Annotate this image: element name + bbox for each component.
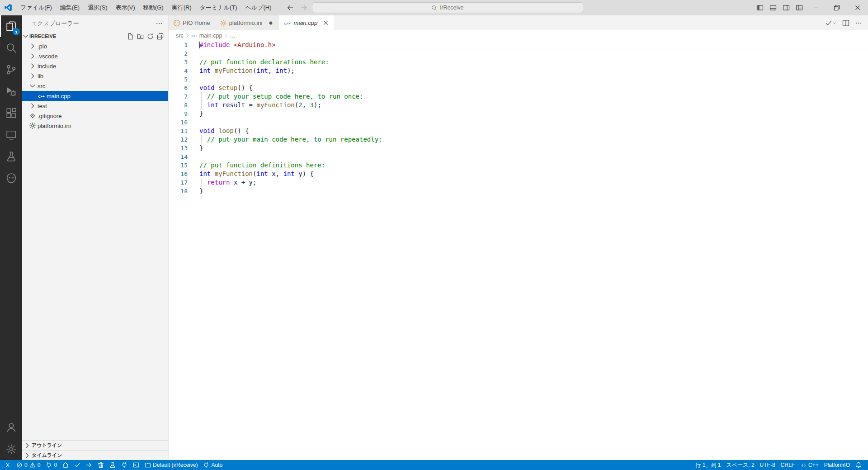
tree-item[interactable]: include: [22, 61, 168, 71]
pio-serial-monitor-button[interactable]: [118, 460, 130, 470]
refresh-button[interactable]: [146, 32, 155, 41]
line-number[interactable]: 2: [169, 49, 199, 58]
close-tab-button[interactable]: [322, 19, 329, 26]
collapse-all-button[interactable]: [156, 32, 165, 41]
tree-item[interactable]: platformio.ini: [22, 121, 168, 131]
views-more-actions-button[interactable]: [156, 20, 163, 27]
remote-indicator[interactable]: [2, 460, 14, 470]
line-number[interactable]: 10: [169, 118, 199, 127]
tab-pio-home[interactable]: PIO Home: [169, 15, 215, 30]
code-line[interactable]: 3// put function declarations here:: [169, 58, 868, 66]
ports[interactable]: 0: [43, 460, 60, 470]
cursor-position[interactable]: 行 1、列 1: [693, 460, 723, 470]
maximize-restore-button[interactable]: [826, 0, 847, 15]
tab-platformio-ini[interactable]: platformio.ini: [215, 15, 280, 30]
new-file-button[interactable]: [126, 32, 135, 41]
breadcrumb-item[interactable]: C++main.cpp: [191, 33, 222, 39]
code-line[interactable]: 4int myFunction(int, int);: [169, 66, 868, 75]
tab-main-cpp[interactable]: C++main.cpp: [279, 15, 334, 30]
pio-build-button[interactable]: [71, 460, 83, 470]
activity-remote-explorer[interactable]: [0, 124, 22, 146]
activity-search[interactable]: [0, 37, 22, 59]
line-number[interactable]: 5: [169, 75, 199, 84]
line-number[interactable]: 7: [169, 92, 199, 101]
code-line[interactable]: 13}: [169, 144, 868, 152]
pio-port-selector[interactable]: Auto: [200, 460, 225, 470]
editor-more-actions-button[interactable]: [854, 15, 863, 30]
activity-accounts[interactable]: [0, 417, 22, 438]
menu-go[interactable]: 移動(G): [139, 0, 168, 15]
line-number[interactable]: 14: [169, 152, 199, 161]
activity-run-debug[interactable]: [0, 81, 22, 102]
code-line[interactable]: 5: [169, 75, 868, 84]
code-line[interactable]: 16int myFunction(int x, int y) {: [169, 170, 868, 178]
pio-home-button[interactable]: [60, 460, 71, 470]
code-line[interactable]: 7 // put your setup code here, to run on…: [169, 92, 868, 101]
code-line[interactable]: 17 return x + y;: [169, 178, 868, 187]
menu-selection[interactable]: 選択(S): [84, 0, 111, 15]
line-number[interactable]: 12: [169, 135, 199, 144]
tree-item[interactable]: C++main.cpp: [22, 91, 168, 101]
pio-terminal-button[interactable]: [130, 460, 142, 470]
close-window-button[interactable]: [847, 0, 868, 15]
code-line[interactable]: 10: [169, 118, 868, 127]
encoding[interactable]: UTF-8: [757, 460, 778, 470]
code-line[interactable]: 18}: [169, 187, 868, 195]
activity-explorer[interactable]: 1: [0, 15, 22, 37]
line-number[interactable]: 8: [169, 101, 199, 109]
pio-test-button[interactable]: [107, 460, 118, 470]
forward-button[interactable]: [298, 2, 309, 13]
breadcrumb-item[interactable]: …: [230, 33, 236, 39]
section-outline[interactable]: アウトライン: [22, 440, 168, 450]
run-task-button[interactable]: [824, 15, 838, 30]
section-timeline[interactable]: タイムライン: [22, 450, 168, 460]
tree-item[interactable]: src: [22, 81, 168, 91]
menu-view[interactable]: 表示(V): [112, 0, 139, 15]
new-folder-button[interactable]: [136, 32, 145, 41]
activity-settings[interactable]: [0, 438, 22, 460]
tree-item[interactable]: .pio: [22, 41, 168, 51]
line-number[interactable]: 6: [169, 84, 199, 92]
code-line[interactable]: 1#include <Arduino.h>: [169, 41, 868, 49]
customize-layout-button[interactable]: [793, 0, 806, 15]
menu-help[interactable]: ヘルプ(H): [241, 0, 276, 15]
activity-extensions[interactable]: [0, 102, 22, 124]
toggle-panel-button[interactable]: [766, 0, 779, 15]
indentation[interactable]: スペース: 2: [723, 460, 757, 470]
code-line[interactable]: 12 // put your main code here, to run re…: [169, 135, 868, 144]
tree-item[interactable]: test: [22, 101, 168, 111]
code-line[interactable]: 11void loop() {: [169, 127, 868, 135]
eol[interactable]: CRLF: [778, 460, 797, 470]
tree-item[interactable]: lib: [22, 71, 168, 81]
notifications-bell[interactable]: [853, 460, 864, 470]
toggle-sidebar-button[interactable]: [753, 0, 766, 15]
code-line[interactable]: 9}: [169, 109, 868, 118]
line-number[interactable]: 4: [169, 66, 199, 75]
menu-run[interactable]: 実行(R): [168, 0, 196, 15]
breadcrumb-item[interactable]: src: [176, 33, 184, 39]
toggle-secondary-sidebar-button[interactable]: [779, 0, 793, 15]
line-number[interactable]: 3: [169, 58, 199, 66]
project-section-header[interactable]: IRRECEIVE: [22, 31, 168, 41]
code-line[interactable]: 2: [169, 49, 868, 58]
activity-platformio[interactable]: [0, 167, 22, 189]
activity-source-control[interactable]: [0, 59, 22, 81]
minimize-button[interactable]: [806, 0, 826, 15]
code-line[interactable]: 14: [169, 152, 868, 161]
tree-item[interactable]: .gitignore: [22, 111, 168, 121]
menu-terminal[interactable]: ターミナル(T): [196, 0, 241, 15]
line-number[interactable]: 1: [169, 41, 199, 49]
activity-testing[interactable]: [0, 146, 22, 167]
line-number[interactable]: 9: [169, 109, 199, 118]
pio-env-selector[interactable]: Default (irReceive): [142, 460, 200, 470]
problems[interactable]: 00: [14, 460, 43, 470]
pio-clean-button[interactable]: [95, 460, 107, 470]
platformio-item[interactable]: PlatformIO: [821, 460, 853, 470]
line-number[interactable]: 17: [169, 178, 199, 187]
tree-item[interactable]: .vscode: [22, 51, 168, 61]
split-editor-button[interactable]: [841, 15, 851, 30]
line-number[interactable]: 16: [169, 170, 199, 178]
code-editor[interactable]: 1#include <Arduino.h>23// put function d…: [169, 41, 868, 460]
language-mode[interactable]: {}C++: [797, 460, 821, 470]
menu-edit[interactable]: 編集(E): [56, 0, 84, 15]
